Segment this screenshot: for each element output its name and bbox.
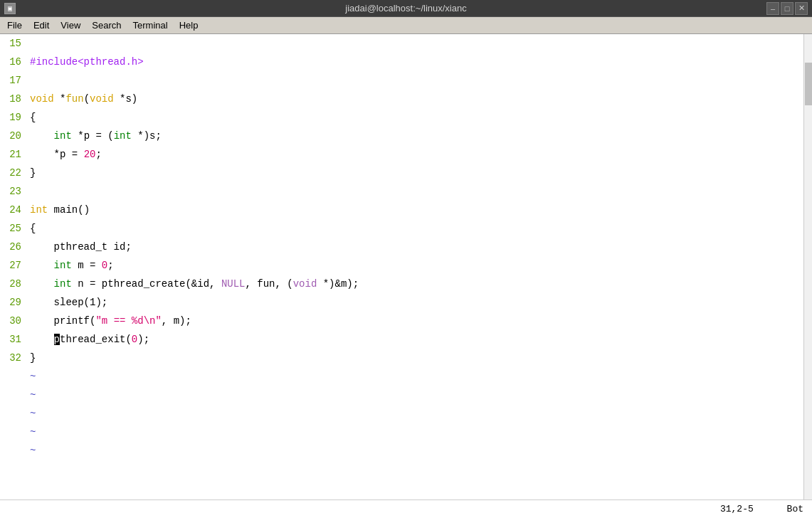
menu-file[interactable]: File: [1, 18, 28, 32]
code-line-23: [30, 182, 801, 201]
code-line-16: #include<pthread.h>: [30, 53, 801, 71]
minimize-button[interactable]: –: [766, 2, 779, 15]
code-line-24: int main(): [30, 201, 801, 219]
window-title: jiadai@localhost:~/linux/xianc: [345, 3, 466, 14]
menu-edit[interactable]: Edit: [28, 18, 55, 32]
tilde-5: ~: [30, 441, 801, 460]
code-line-22: }: [30, 164, 801, 182]
menu-view[interactable]: View: [55, 18, 86, 32]
code-content[interactable]: #include<pthread.h> void *fun(void *s) {…: [27, 34, 803, 500]
code-line-28: int n = pthread_create(&id, NULL, fun, (…: [30, 275, 801, 293]
vertical-scrollbar[interactable]: [803, 34, 812, 500]
scrollbar-thumb[interactable]: [805, 63, 812, 105]
tilde-2: ~: [30, 386, 801, 404]
menu-help[interactable]: Help: [174, 18, 204, 32]
code-line-26: pthread_t id;: [30, 238, 801, 256]
maximize-button[interactable]: □: [781, 2, 793, 15]
menubar: File Edit View Search Terminal Help: [0, 17, 812, 34]
code-line-32: }: [30, 349, 801, 367]
code-line-29: sleep(1);: [30, 293, 801, 312]
code-line-31: pthread_exit(0);: [30, 330, 801, 349]
code-line-30: printf("m == %d\n", m);: [30, 312, 801, 330]
tilde-1: ~: [30, 367, 801, 386]
code-line-20: int *p = (int *)s;: [30, 127, 801, 145]
statusbar: 31,2-5 Bot: [0, 500, 812, 518]
editor[interactable]: 15 16 17 18 19 20 21 22 23 24 25 26 27 2…: [0, 34, 812, 500]
code-line-27: int m = 0;: [30, 256, 801, 275]
code-line-15: [30, 34, 801, 53]
close-button[interactable]: ✕: [795, 2, 808, 15]
code-line-25: {: [30, 219, 801, 238]
titlebar: ▣ jiadai@localhost:~/linux/xianc – □ ✕: [0, 0, 812, 17]
scroll-mode: Bot: [787, 504, 803, 514]
menu-terminal[interactable]: Terminal: [127, 18, 174, 32]
menu-search[interactable]: Search: [86, 18, 127, 32]
code-line-18: void *fun(void *s): [30, 90, 801, 108]
app-icon: ▣: [4, 3, 16, 14]
line-numbers: 15 16 17 18 19 20 21 22 23 24 25 26 27 2…: [0, 34, 27, 500]
tilde-4: ~: [30, 423, 801, 441]
cursor-position: 31,2-5: [720, 504, 754, 514]
code-line-19: {: [30, 108, 801, 127]
window-controls[interactable]: – □ ✕: [766, 2, 808, 15]
titlebar-left: ▣: [4, 3, 16, 14]
code-line-17: [30, 71, 801, 90]
code-line-21: *p = 20;: [30, 145, 801, 164]
tilde-3: ~: [30, 404, 801, 423]
